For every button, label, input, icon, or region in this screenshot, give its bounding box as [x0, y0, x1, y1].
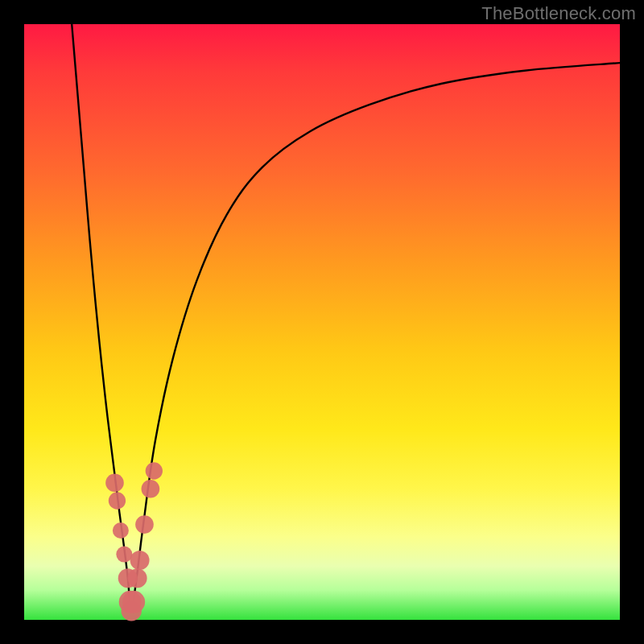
marker-point	[142, 480, 160, 498]
watermark-text: TheBottleneck.com	[481, 3, 636, 24]
marker-point	[130, 551, 150, 570]
chart-frame: TheBottleneck.com	[0, 0, 644, 644]
marker-group	[105, 462, 163, 621]
marker-point	[105, 473, 124, 492]
curves-svg	[24, 24, 620, 620]
marker-point	[122, 591, 145, 613]
plot-area	[24, 24, 620, 620]
marker-point	[135, 515, 154, 534]
marker-point	[128, 568, 147, 588]
marker-point	[113, 522, 129, 539]
marker-point	[116, 547, 132, 563]
curve-right-branch	[133, 63, 620, 608]
marker-point	[109, 492, 126, 509]
curve-group	[72, 24, 620, 608]
marker-point	[146, 462, 163, 479]
curve-left-branch	[72, 24, 130, 608]
